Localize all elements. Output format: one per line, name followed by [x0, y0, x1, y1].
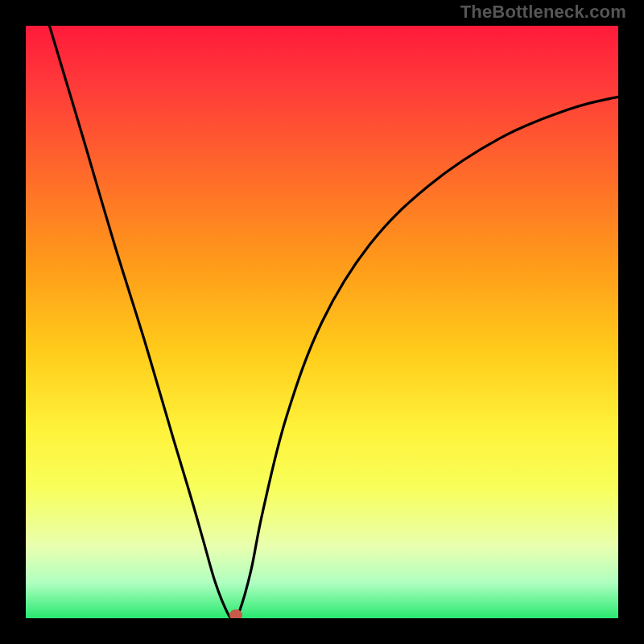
plot-area	[26, 26, 618, 618]
watermark-text: TheBottleneck.com	[460, 2, 626, 23]
curve-path	[49, 26, 618, 618]
curve-svg	[26, 26, 618, 618]
curve-minimum-marker	[229, 609, 242, 618]
chart-container: TheBottleneck.com	[0, 0, 644, 644]
